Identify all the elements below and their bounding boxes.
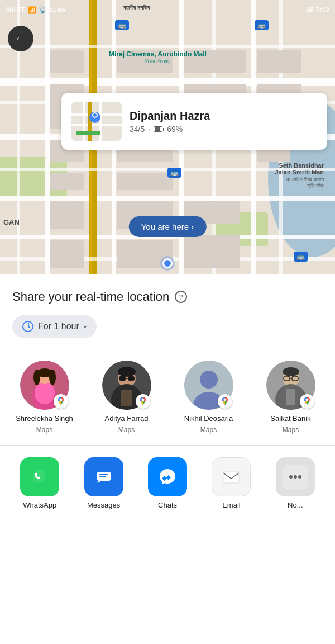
- messages-label: Messages: [87, 501, 120, 509]
- help-icon[interactable]: ?: [175, 291, 187, 303]
- status-bar: VoLTE 📶 📡 5.1 K/s 69 7:12: [0, 0, 335, 20]
- status-left: VoLTE 📶 📡 5.1 K/s: [6, 6, 65, 14]
- contact-app-1: Maps: [36, 426, 52, 434]
- svg-rect-30: [117, 173, 173, 190]
- contacts-grid: Shreelekha Singh Maps: [6, 361, 329, 434]
- svg-rect-89: [223, 472, 239, 483]
- share-section: Share your real-time location ? For 1 ho…: [0, 274, 335, 349]
- messages-icon: [84, 457, 123, 496]
- svg-point-47: [93, 113, 97, 117]
- maps-badge-2: [136, 394, 150, 409]
- maps-logo-2: [138, 396, 147, 407]
- more-label: No...: [288, 501, 303, 509]
- time-label: For 1 hour: [38, 321, 79, 332]
- app-item-whatsapp[interactable]: WhatsApp: [8, 457, 71, 509]
- contact-avatar-wrap-4: [266, 361, 315, 410]
- svg-rect-35: [184, 235, 240, 268]
- svg-point-93: [298, 475, 302, 479]
- person-info-card: Dipanjan Hazra 34/5 · 69%: [61, 93, 327, 150]
- whatsapp-label: WhatsApp: [23, 501, 56, 509]
- maps-logo-1: [56, 396, 65, 407]
- maps-badge-4: [300, 394, 314, 409]
- messenger-icon: [148, 457, 187, 496]
- dropdown-arrow-icon: ▾: [84, 324, 87, 330]
- app-item-more[interactable]: No...: [264, 457, 327, 509]
- time-button[interactable]: For 1 hour ▾: [12, 315, 97, 338]
- share-title-text: Share your real-time location: [12, 290, 169, 304]
- svg-point-69: [200, 371, 218, 389]
- svg-rect-8: [45, 0, 50, 274]
- contact-name-1: Shreelekha Singh: [16, 414, 73, 424]
- email-icon: [212, 457, 251, 496]
- map-label-seth: Seth BansidharJalan Smriti Man ⊕ সেঠ বংশ…: [275, 162, 324, 189]
- svg-rect-63: [128, 376, 135, 381]
- svg-rect-85: [99, 476, 106, 477]
- maps-badge-3: [218, 394, 232, 409]
- contact-item-3[interactable]: Nikhil Deosaria Maps: [173, 361, 245, 434]
- app-item-email[interactable]: Email: [199, 457, 263, 509]
- battery-icon: [154, 126, 162, 132]
- svg-point-74: [283, 367, 299, 376]
- speed-text: 5.1 K/s: [49, 7, 65, 13]
- svg-point-57: [49, 370, 56, 385]
- transit-icon-5: 🚌: [294, 252, 308, 262]
- card-address: 34/5: [130, 125, 145, 134]
- contact-name-2: Aditya Farrad: [104, 414, 148, 424]
- svg-rect-31: [50, 201, 84, 229]
- maps-badge-1: [54, 394, 68, 409]
- svg-point-91: [289, 475, 293, 479]
- contact-app-4: Maps: [283, 426, 299, 434]
- email-label: Email: [222, 501, 241, 509]
- svg-point-71: [223, 398, 226, 401]
- map-view: VoLTE 📶 📡 5.1 K/s 69 7:12 ← সতাপীর মসজিদ…: [0, 0, 335, 274]
- svg-rect-14: [0, 45, 335, 48]
- apps-grid: WhatsApp Messages: [8, 457, 327, 509]
- svg-rect-48: [76, 131, 100, 135]
- app-item-chats[interactable]: Chats: [136, 457, 199, 509]
- maps-logo-3: [221, 396, 229, 407]
- back-arrow-icon: ←: [15, 32, 27, 45]
- svg-rect-62: [119, 376, 126, 381]
- contact-name-3: Nikhil Deosaria: [184, 414, 233, 424]
- card-dot: ·: [148, 125, 150, 134]
- transit-icon-4: 🚌: [168, 168, 181, 178]
- svg-rect-27: [50, 173, 84, 190]
- map-label-cinemas: Miraj Cinemas, Aurobindo Mall মিরাজ সিনে…: [109, 50, 207, 65]
- svg-point-58: [59, 398, 62, 401]
- svg-rect-79: [286, 389, 295, 405]
- maps-logo-4: [303, 396, 312, 407]
- time-selector: For 1 hour ▾: [12, 315, 323, 338]
- contact-item-2[interactable]: Aditya Farrad Maps: [90, 361, 163, 434]
- card-battery: 69%: [167, 125, 183, 134]
- location-dot: [162, 258, 173, 268]
- svg-rect-41: [71, 124, 122, 126]
- chats-label: Chats: [158, 501, 177, 509]
- transit-icon-1: 🚌: [115, 20, 129, 30]
- card-map-thumbnail: [71, 102, 122, 141]
- thumb-map-svg: [71, 102, 122, 141]
- contact-item-1[interactable]: Shreelekha Singh Maps: [8, 361, 81, 434]
- app-item-messages[interactable]: Messages: [71, 457, 135, 509]
- svg-rect-84: [99, 474, 108, 475]
- clock-icon: [22, 321, 34, 332]
- back-button[interactable]: ←: [8, 26, 34, 51]
- wifi-text: 📡: [39, 6, 47, 14]
- transit-icon-2: 🚌: [255, 20, 269, 30]
- svg-point-92: [294, 475, 297, 479]
- svg-rect-66: [121, 390, 132, 406]
- contact-item-4[interactable]: Saikat Banik Maps: [255, 361, 327, 434]
- contact-app-3: Maps: [200, 426, 217, 434]
- svg-rect-21: [50, 50, 84, 73]
- map-label-gan: GAN: [3, 218, 20, 226]
- contact-avatar-wrap-2: [102, 361, 151, 410]
- card-person-info: Dipanjan Hazra 34/5 · 69%: [130, 110, 210, 134]
- svg-point-80: [305, 398, 308, 401]
- card-person-name: Dipanjan Hazra: [130, 110, 210, 122]
- whatsapp-icon: [20, 457, 59, 496]
- status-right: 69 7:12: [307, 6, 329, 14]
- contact-name-4: Saikat Banik: [270, 414, 310, 424]
- you-are-here-button[interactable]: You are here ›: [129, 216, 207, 237]
- bottom-sheet: Share your real-time location ? For 1 ho…: [0, 274, 335, 644]
- svg-point-53: [35, 382, 55, 404]
- svg-rect-33: [50, 240, 84, 268]
